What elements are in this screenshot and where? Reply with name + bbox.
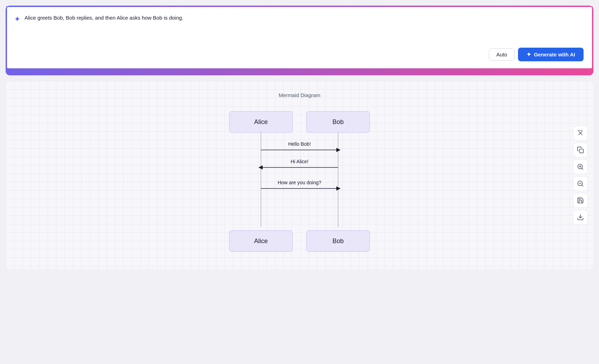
edit-icon	[577, 130, 584, 137]
sidebar-tools	[573, 126, 588, 225]
download-icon	[577, 214, 584, 221]
copy-tool-button[interactable]	[573, 143, 588, 157]
actor-alice-bottom: Alice	[254, 238, 268, 245]
sequence-diagram-svg: Alice Bob Hello Bob! Hi Alice! How are y…	[187, 108, 412, 255]
auto-button[interactable]: Auto	[489, 48, 514, 61]
input-actions: Auto ✦ Generate with AI	[14, 48, 584, 61]
svg-rect-6	[580, 149, 584, 153]
zoom-in-icon	[577, 163, 584, 170]
svg-line-12	[582, 185, 583, 186]
ai-sparkle-icon: ✦	[14, 15, 20, 24]
diagram-title: Mermaid Diagram	[34, 92, 565, 98]
save-button[interactable]	[573, 193, 588, 208]
msg-label-1: Hello Bob!	[288, 141, 311, 147]
save-icon	[577, 197, 584, 204]
generate-icon: ✦	[526, 51, 531, 58]
sequence-diagram-container: Alice Bob Hello Bob! Hi Alice! How are y…	[34, 108, 565, 255]
actor-alice-top: Alice	[254, 118, 268, 125]
zoom-out-icon	[577, 180, 584, 187]
zoom-in-button[interactable]	[573, 159, 588, 174]
msg-arrowhead-3	[336, 186, 341, 191]
actor-bob-top: Bob	[332, 118, 344, 125]
msg-arrowhead-1	[336, 148, 341, 152]
input-card-wrapper: ✦ Alice greets Bob, Bob replies, and the…	[6, 6, 593, 75]
input-card: ✦ Alice greets Bob, Bob replies, and the…	[6, 6, 593, 69]
svg-line-8	[582, 168, 583, 169]
diagram-card: Mermaid Diagram Alice Bob Hello Bob! Hi …	[6, 81, 593, 269]
download-button[interactable]	[573, 210, 588, 225]
input-area: ✦ Alice greets Bob, Bob replies, and the…	[14, 14, 584, 42]
generate-button[interactable]: ✦ Generate with AI	[518, 48, 584, 61]
actor-bob-bottom: Bob	[332, 238, 344, 245]
edit-tool-button[interactable]	[573, 126, 588, 140]
msg-label-3: How are you doing?	[278, 180, 322, 185]
msg-arrowhead-2	[258, 165, 263, 170]
input-text: Alice greets Bob, Bob replies, and then …	[25, 14, 584, 22]
generate-label: Generate with AI	[534, 51, 575, 57]
zoom-out-button[interactable]	[573, 176, 588, 191]
copy-icon	[577, 146, 584, 153]
msg-label-2: Hi Alice!	[291, 159, 309, 164]
